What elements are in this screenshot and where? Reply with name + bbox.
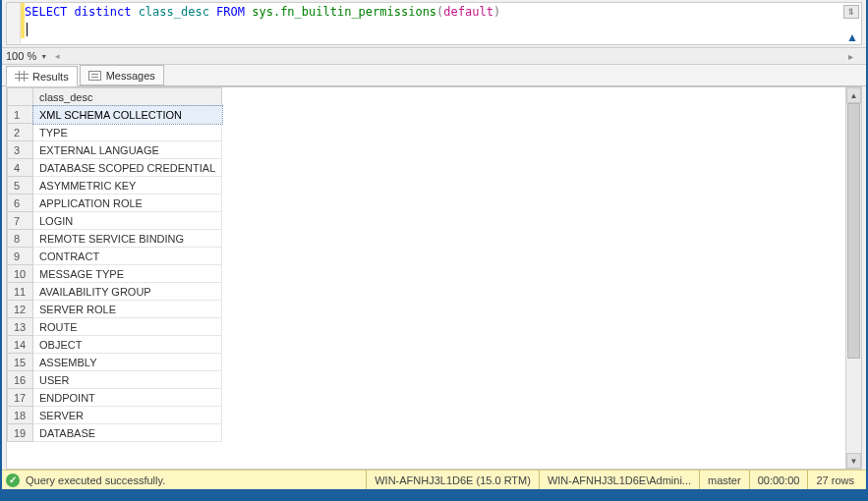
- row-number[interactable]: 4: [8, 159, 33, 177]
- cell-class-desc[interactable]: SERVER ROLE: [33, 301, 222, 318]
- cell-class-desc[interactable]: LOGIN: [33, 212, 222, 230]
- cell-class-desc[interactable]: SERVER: [33, 407, 222, 424]
- kw-distinct: distinct: [75, 5, 132, 19]
- paren-close: ): [493, 5, 500, 19]
- row-number[interactable]: 6: [8, 195, 33, 212]
- nav-arrows-icon[interactable]: ▲: [845, 30, 859, 44]
- cell-class-desc[interactable]: APPLICATION ROLE: [33, 195, 222, 212]
- sql-editor[interactable]: SELECT distinct class_desc FROM sys.fn_b…: [6, 2, 862, 45]
- change-marker: [21, 3, 25, 38]
- kw-select: SELECT: [25, 5, 67, 19]
- cell-class-desc[interactable]: MESSAGE TYPE: [33, 265, 222, 283]
- zoom-dropdown[interactable]: 100 % ▼: [6, 50, 47, 62]
- row-number[interactable]: 14: [8, 336, 33, 354]
- row-number[interactable]: 2: [8, 124, 33, 141]
- tab-results[interactable]: Results: [6, 66, 78, 86]
- cell-class-desc[interactable]: ROUTE: [33, 318, 222, 336]
- table-row[interactable]: 4DATABASE SCOPED CREDENTIAL: [8, 159, 222, 177]
- cell-class-desc[interactable]: DATABASE SCOPED CREDENTIAL: [33, 159, 222, 177]
- split-button[interactable]: ⥮: [843, 5, 859, 19]
- status-server: WIN-AFNHJ3L1D6E (15.0 RTM): [366, 471, 539, 490]
- table-row[interactable]: 12SERVER ROLE: [8, 301, 222, 318]
- table-row[interactable]: 19DATABASE: [8, 424, 222, 442]
- results-grid[interactable]: class_desc 1XML SCHEMA COLLECTION2TYPE3E…: [7, 87, 222, 442]
- table-row[interactable]: 1XML SCHEMA COLLECTION: [8, 106, 222, 124]
- grid-corner[interactable]: [8, 88, 33, 106]
- table-row[interactable]: 5ASYMMETRIC KEY: [8, 177, 222, 195]
- messages-icon: [88, 70, 102, 82]
- status-message: Query executed successfully.: [26, 474, 165, 486]
- zoom-value: 100 %: [6, 50, 36, 62]
- row-number[interactable]: 5: [8, 177, 33, 195]
- col-name: class_desc: [139, 5, 209, 19]
- zoom-bar: 100 % ▼ ◂ ▸: [2, 47, 866, 65]
- scroll-up-button[interactable]: ▲: [846, 87, 861, 103]
- status-elapsed: 00:00:00: [749, 471, 808, 490]
- cell-class-desc[interactable]: OBJECT: [33, 336, 222, 354]
- kw-default: default: [443, 5, 493, 19]
- table-row[interactable]: 2TYPE: [8, 124, 222, 141]
- hscroll-right-icon[interactable]: ▸: [848, 51, 860, 63]
- cell-class-desc[interactable]: XML SCHEMA COLLECTION: [33, 106, 222, 124]
- results-panel: class_desc 1XML SCHEMA COLLECTION2TYPE3E…: [6, 86, 862, 470]
- editor-gutter: [7, 3, 21, 44]
- row-number[interactable]: 9: [8, 248, 33, 265]
- tab-messages-label: Messages: [106, 70, 155, 82]
- row-number[interactable]: 12: [8, 301, 33, 318]
- cell-class-desc[interactable]: REMOTE SERVICE BINDING: [33, 230, 222, 248]
- cell-class-desc[interactable]: TYPE: [33, 124, 222, 141]
- table-row[interactable]: 8REMOTE SERVICE BINDING: [8, 230, 222, 248]
- row-number[interactable]: 18: [8, 407, 33, 424]
- row-number[interactable]: 8: [8, 230, 33, 248]
- fn-name: sys.fn_builtin_permissions: [252, 5, 436, 19]
- table-row[interactable]: 11AVAILABILITY GROUP: [8, 283, 222, 301]
- scroll-thumb[interactable]: [847, 103, 860, 359]
- table-row[interactable]: 15ASSEMBLY: [8, 354, 222, 371]
- cell-class-desc[interactable]: AVAILABILITY GROUP: [33, 283, 222, 301]
- split-icon: ⥮: [847, 7, 855, 17]
- vertical-scrollbar[interactable]: ▲ ▼: [845, 87, 861, 469]
- table-row[interactable]: 18SERVER: [8, 407, 222, 424]
- table-row[interactable]: 6APPLICATION ROLE: [8, 195, 222, 212]
- grid-icon: [15, 71, 29, 83]
- row-number[interactable]: 7: [8, 212, 33, 230]
- table-row[interactable]: 17ENDPOINT: [8, 389, 222, 407]
- kw-from: FROM: [216, 5, 245, 19]
- row-number[interactable]: 15: [8, 354, 33, 371]
- table-row[interactable]: 16USER: [8, 371, 222, 389]
- row-number[interactable]: 10: [8, 265, 33, 283]
- table-row[interactable]: 9CONTRACT: [8, 248, 222, 265]
- cell-class-desc[interactable]: ASYMMETRIC KEY: [33, 177, 222, 195]
- table-row[interactable]: 7LOGIN: [8, 212, 222, 230]
- editor-line-1[interactable]: SELECT distinct class_desc FROM sys.fn_b…: [7, 3, 861, 21]
- chevron-down-icon: ▼: [40, 53, 47, 60]
- text-cursor: [27, 23, 28, 36]
- row-number[interactable]: 16: [8, 371, 33, 389]
- scroll-down-button[interactable]: ▼: [846, 453, 861, 469]
- hscroll-left-icon[interactable]: ◂: [55, 51, 60, 61]
- row-number[interactable]: 11: [8, 283, 33, 301]
- cell-class-desc[interactable]: CONTRACT: [33, 248, 222, 265]
- table-row[interactable]: 3EXTERNAL LANGUAGE: [8, 141, 222, 159]
- window-border-bottom: [2, 489, 866, 499]
- row-number[interactable]: 19: [8, 424, 33, 442]
- table-row[interactable]: 10MESSAGE TYPE: [8, 265, 222, 283]
- status-bar: ✓ Query executed successfully. WIN-AFNHJ…: [2, 470, 866, 489]
- cell-class-desc[interactable]: ASSEMBLY: [33, 354, 222, 371]
- cell-class-desc[interactable]: ENDPOINT: [33, 389, 222, 407]
- row-number[interactable]: 3: [8, 141, 33, 159]
- cell-class-desc[interactable]: EXTERNAL LANGUAGE: [33, 141, 222, 159]
- row-number[interactable]: 17: [8, 389, 33, 407]
- cell-class-desc[interactable]: USER: [33, 371, 222, 389]
- column-header-class-desc[interactable]: class_desc: [33, 88, 222, 106]
- tab-results-label: Results: [32, 71, 69, 83]
- table-row[interactable]: 14OBJECT: [8, 336, 222, 354]
- results-grid-wrap[interactable]: class_desc 1XML SCHEMA COLLECTION2TYPE3E…: [7, 87, 845, 469]
- table-row[interactable]: 13ROUTE: [8, 318, 222, 336]
- cell-class-desc[interactable]: DATABASE: [33, 424, 222, 442]
- paren-open: (: [436, 5, 443, 19]
- status-login: WIN-AFNHJ3L1D6E\Admini...: [539, 471, 699, 490]
- row-number[interactable]: 13: [8, 318, 33, 336]
- tab-messages[interactable]: Messages: [80, 65, 164, 85]
- row-number[interactable]: 1: [8, 106, 33, 124]
